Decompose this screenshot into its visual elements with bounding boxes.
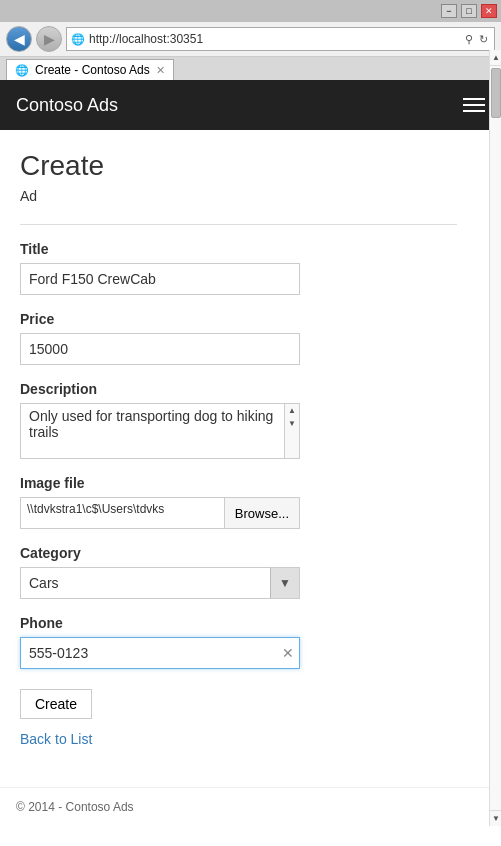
scroll-down-arrow[interactable]: ▼ [490, 810, 501, 826]
category-label: Category [20, 545, 457, 561]
close-button[interactable]: ✕ [481, 4, 497, 18]
file-path-display: \\tdvkstra1\c$\Users\tdvks [20, 497, 224, 529]
image-label: Image file [20, 475, 457, 491]
create-button[interactable]: Create [20, 689, 92, 719]
page-subtitle: Ad [20, 188, 457, 204]
phone-clear-icon[interactable]: ✕ [282, 645, 294, 661]
refresh-icon[interactable]: ↻ [477, 33, 490, 46]
back-to-list-link[interactable]: Back to List [20, 731, 457, 747]
desc-scroll-up[interactable]: ▲ [288, 404, 296, 417]
address-bar-icon: 🌐 [71, 33, 85, 46]
back-icon: ◀ [14, 31, 25, 47]
forward-icon: ▶ [44, 31, 55, 47]
address-text: http://localhost:30351 [89, 32, 459, 46]
brand-name: Contoso Ads [16, 95, 118, 116]
category-select[interactable]: Cars RealEstate FreeStuff [20, 567, 300, 599]
scroll-thumb[interactable] [491, 68, 501, 118]
address-bar[interactable]: 🌐 http://localhost:30351 ⚲ ↻ [66, 27, 495, 51]
tab-close-icon[interactable]: ✕ [156, 64, 165, 77]
description-label: Description [20, 381, 457, 397]
browser-tab[interactable]: 🌐 Create - Contoso Ads ✕ [6, 59, 174, 80]
description-input[interactable] [20, 403, 285, 459]
scrollbar[interactable]: ▲ ▼ [489, 50, 501, 826]
forward-button[interactable]: ▶ [36, 26, 62, 52]
phone-label: Phone [20, 615, 457, 631]
price-input[interactable] [20, 333, 300, 365]
minimize-button[interactable]: − [441, 4, 457, 18]
desc-scroll-down[interactable]: ▼ [288, 417, 296, 430]
back-button[interactable]: ◀ [6, 26, 32, 52]
title-input[interactable] [20, 263, 300, 295]
browse-button[interactable]: Browse... [224, 497, 300, 529]
search-icon[interactable]: ⚲ [463, 33, 475, 46]
maximize-button[interactable]: □ [461, 4, 477, 18]
scroll-up-arrow[interactable]: ▲ [490, 50, 501, 66]
tab-label: Create - Contoso Ads [35, 63, 150, 77]
page-title: Create [20, 150, 457, 182]
phone-input[interactable] [20, 637, 300, 669]
title-label: Title [20, 241, 457, 257]
price-label: Price [20, 311, 457, 327]
footer-text: © 2014 - Contoso Ads [16, 800, 134, 814]
tab-icon: 🌐 [15, 64, 29, 77]
hamburger-menu[interactable] [463, 98, 485, 112]
